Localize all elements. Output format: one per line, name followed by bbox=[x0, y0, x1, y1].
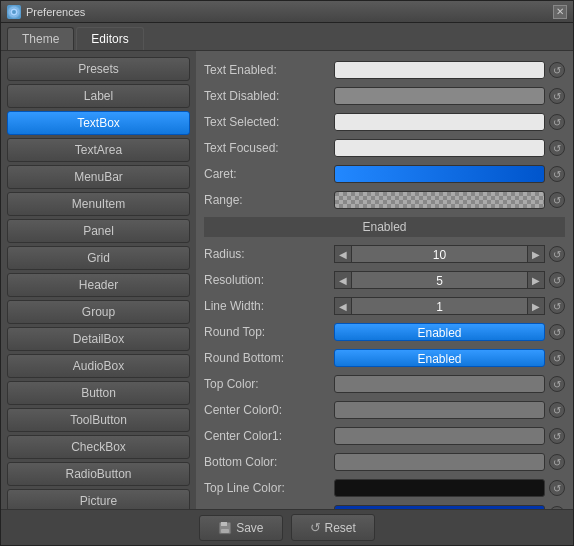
label-round-bottom: Round Bottom: bbox=[204, 351, 334, 365]
svg-rect-3 bbox=[221, 522, 227, 526]
reset-text-focused[interactable]: ↺ bbox=[549, 140, 565, 156]
color-swatch-center-color0[interactable] bbox=[334, 401, 545, 419]
value-text-disabled: ↺ bbox=[334, 87, 565, 105]
resolution-increment[interactable]: ▶ bbox=[527, 271, 545, 289]
color-swatch-center-color1[interactable] bbox=[334, 427, 545, 445]
label-line-width: Line Width: bbox=[204, 299, 334, 313]
value-top-line-color: ↺ bbox=[334, 479, 565, 497]
color-swatch-top-color[interactable] bbox=[334, 375, 545, 393]
sidebar-item-button[interactable]: Button bbox=[7, 381, 190, 405]
reset-button[interactable]: ↺ Reset bbox=[291, 514, 375, 541]
reset-round-top[interactable]: ↺ bbox=[549, 324, 565, 340]
sidebar-item-textarea[interactable]: TextArea bbox=[7, 138, 190, 162]
reset-bottom-color[interactable]: ↺ bbox=[549, 454, 565, 470]
sidebar-item-presets[interactable]: Presets bbox=[7, 57, 190, 81]
sidebar-item-menuitem[interactable]: MenuItem bbox=[7, 192, 190, 216]
prop-text-enabled: Text Enabled: ↺ bbox=[204, 59, 565, 81]
save-button[interactable]: Save bbox=[199, 515, 282, 541]
svg-rect-4 bbox=[221, 529, 229, 533]
sidebar-item-menubar[interactable]: MenuBar bbox=[7, 165, 190, 189]
color-swatch-caret[interactable] bbox=[334, 165, 545, 183]
sidebar-item-textbox[interactable]: TextBox bbox=[7, 111, 190, 135]
color-swatch-top-line-color[interactable] bbox=[334, 479, 545, 497]
refresh-icon: ↺ bbox=[310, 520, 321, 535]
reset-center-color1[interactable]: ↺ bbox=[549, 428, 565, 444]
sidebar-item-picture[interactable]: Picture bbox=[7, 489, 190, 509]
value-resolution: ◀ 5 ▶ ↺ bbox=[334, 271, 565, 289]
label-radius: Radius: bbox=[204, 247, 334, 261]
sidebar-item-detailbox[interactable]: DetailBox bbox=[7, 327, 190, 351]
sidebar: Presets Label TextBox TextArea MenuBar M… bbox=[1, 51, 196, 509]
value-range: ↺ bbox=[334, 191, 565, 209]
radius-value[interactable]: 10 bbox=[352, 245, 527, 263]
sidebar-item-toolbutton[interactable]: ToolButton bbox=[7, 408, 190, 432]
label-resolution: Resolution: bbox=[204, 273, 334, 287]
bottom-bar: Save ↺ Reset bbox=[1, 509, 573, 545]
svg-point-1 bbox=[12, 10, 16, 14]
reset-caret[interactable]: ↺ bbox=[549, 166, 565, 182]
label-text-disabled: Text Disabled: bbox=[204, 89, 334, 103]
prop-line-width: Line Width: ◀ 1 ▶ ↺ bbox=[204, 295, 565, 317]
label-text-selected: Text Selected: bbox=[204, 115, 334, 129]
value-top-color: ↺ bbox=[334, 375, 565, 393]
reset-linewidth[interactable]: ↺ bbox=[549, 298, 565, 314]
label-center-color1: Center Color1: bbox=[204, 429, 334, 443]
round-top-toggle[interactable]: Enabled bbox=[334, 323, 545, 341]
prop-resolution: Resolution: ◀ 5 ▶ ↺ bbox=[204, 269, 565, 291]
value-text-focused: ↺ bbox=[334, 139, 565, 157]
sidebar-item-grid[interactable]: Grid bbox=[7, 246, 190, 270]
prop-text-focused: Text Focused: ↺ bbox=[204, 137, 565, 159]
label-bottom-color: Bottom Color: bbox=[204, 455, 334, 469]
label-range: Range: bbox=[204, 193, 334, 207]
label-round-top: Round Top: bbox=[204, 325, 334, 339]
color-swatch-range[interactable] bbox=[334, 191, 545, 209]
linewidth-increment[interactable]: ▶ bbox=[527, 297, 545, 315]
reset-radius[interactable]: ↺ bbox=[549, 246, 565, 262]
sidebar-item-header[interactable]: Header bbox=[7, 273, 190, 297]
close-button[interactable]: ✕ bbox=[553, 5, 567, 19]
color-swatch-text-disabled[interactable] bbox=[334, 87, 545, 105]
reset-text-enabled[interactable]: ↺ bbox=[549, 62, 565, 78]
value-center-color0: ↺ bbox=[334, 401, 565, 419]
prop-top-color: Top Color: ↺ bbox=[204, 373, 565, 395]
section-enabled-header: Enabled bbox=[204, 217, 565, 237]
resolution-decrement[interactable]: ◀ bbox=[334, 271, 352, 289]
color-swatch-text-enabled[interactable] bbox=[334, 61, 545, 79]
color-swatch-text-focused[interactable] bbox=[334, 139, 545, 157]
radius-decrement[interactable]: ◀ bbox=[334, 245, 352, 263]
reset-text-selected[interactable]: ↺ bbox=[549, 114, 565, 130]
round-bottom-toggle[interactable]: Enabled bbox=[334, 349, 545, 367]
reset-top-line-color[interactable]: ↺ bbox=[549, 480, 565, 496]
reset-resolution[interactable]: ↺ bbox=[549, 272, 565, 288]
sidebar-item-label[interactable]: Label bbox=[7, 84, 190, 108]
tab-theme[interactable]: Theme bbox=[7, 27, 74, 50]
prop-text-disabled: Text Disabled: ↺ bbox=[204, 85, 565, 107]
prop-range: Range: ↺ bbox=[204, 189, 565, 211]
label-center-color0: Center Color0: bbox=[204, 403, 334, 417]
prop-caret: Caret: ↺ bbox=[204, 163, 565, 185]
reset-top-color[interactable]: ↺ bbox=[549, 376, 565, 392]
sidebar-item-radiobutton[interactable]: RadioButton bbox=[7, 462, 190, 486]
linewidth-decrement[interactable]: ◀ bbox=[334, 297, 352, 315]
sidebar-item-panel[interactable]: Panel bbox=[7, 219, 190, 243]
reset-round-bottom[interactable]: ↺ bbox=[549, 350, 565, 366]
linewidth-value[interactable]: 1 bbox=[352, 297, 527, 315]
radius-increment[interactable]: ▶ bbox=[527, 245, 545, 263]
value-line-width: ◀ 1 ▶ ↺ bbox=[334, 297, 565, 315]
label-top-line-color: Top Line Color: bbox=[204, 481, 334, 495]
sidebar-item-group[interactable]: Group bbox=[7, 300, 190, 324]
sidebar-item-audiobox[interactable]: AudioBox bbox=[7, 354, 190, 378]
value-bottom-color: ↺ bbox=[334, 453, 565, 471]
reset-range[interactable]: ↺ bbox=[549, 192, 565, 208]
label-text-enabled: Text Enabled: bbox=[204, 63, 334, 77]
color-swatch-bottom-color[interactable] bbox=[334, 453, 545, 471]
color-swatch-text-selected[interactable] bbox=[334, 113, 545, 131]
reset-text-disabled[interactable]: ↺ bbox=[549, 88, 565, 104]
prop-bottom-color: Bottom Color: ↺ bbox=[204, 451, 565, 473]
reset-center-color0[interactable]: ↺ bbox=[549, 402, 565, 418]
tab-editors[interactable]: Editors bbox=[76, 27, 143, 50]
content-area: Presets Label TextBox TextArea MenuBar M… bbox=[1, 51, 573, 509]
sidebar-item-checkbox[interactable]: CheckBox bbox=[7, 435, 190, 459]
main-panel: Text Enabled: ↺ Text Disabled: ↺ Text Se… bbox=[196, 51, 573, 509]
resolution-value[interactable]: 5 bbox=[352, 271, 527, 289]
